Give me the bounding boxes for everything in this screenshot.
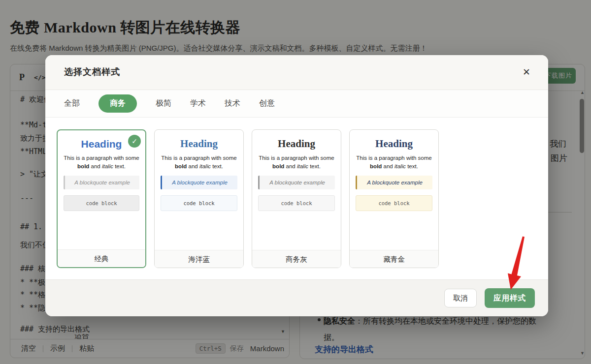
sample-code-block: code block	[161, 195, 237, 211]
sample-paragraph: This is a paragraph with some bold and i…	[159, 154, 239, 170]
style-card-ocean-blue[interactable]: Heading This is a paragraph with some bo…	[154, 129, 244, 268]
style-card-business-gray[interactable]: Heading This is a paragraph with some bo…	[252, 129, 341, 268]
sample-blockquote: A blockquote example	[161, 176, 237, 189]
dialog-footer: 取消 应用样式	[45, 279, 548, 316]
tab-creative[interactable]: 创意	[259, 98, 275, 109]
selected-check-icon: ✓	[128, 135, 141, 148]
sample-heading: Heading	[252, 138, 341, 150]
sample-paragraph: This is a paragraph with some bold and i…	[256, 154, 337, 170]
cancel-button[interactable]: 取消	[444, 289, 477, 307]
tab-minimal[interactable]: 极简	[156, 98, 171, 109]
sample-code-block: code block	[356, 195, 432, 211]
sample-heading: Heading	[155, 138, 243, 150]
category-tab-bar: 全部 商务 极简 学术 技术 创意	[45, 90, 548, 118]
style-picker-dialog: 选择文档样式 ✕ 全部 商务 极简 学术 技术 创意 ✓ Heading Thi…	[45, 55, 548, 316]
style-name-label: 经典	[58, 249, 145, 267]
tab-tech[interactable]: 技术	[225, 98, 240, 109]
sample-code-block: code block	[64, 195, 139, 211]
style-name-label: 海洋蓝	[155, 250, 243, 268]
style-card-classic[interactable]: ✓ Heading This is a paragraph with some …	[57, 129, 146, 268]
sample-paragraph: This is a paragraph with some bold and i…	[354, 154, 434, 170]
sample-heading: Heading	[350, 138, 438, 150]
sample-blockquote: A blockquote example	[64, 176, 139, 189]
apply-style-button[interactable]: 应用样式	[485, 288, 535, 308]
style-name-label: 藏青金	[350, 250, 438, 268]
sample-blockquote: A blockquote example	[356, 176, 432, 189]
style-name-label: 商务灰	[252, 250, 341, 268]
sample-blockquote: A blockquote example	[258, 176, 335, 189]
tab-academic[interactable]: 学术	[190, 98, 206, 109]
style-card-grid: ✓ Heading This is a paragraph with some …	[45, 118, 548, 268]
tab-all[interactable]: 全部	[64, 98, 80, 109]
sample-code-block: code block	[258, 195, 335, 211]
dialog-header: 选择文档样式 ✕	[45, 55, 548, 90]
close-icon[interactable]: ✕	[520, 65, 533, 79]
dialog-title: 选择文档样式	[64, 66, 120, 78]
tab-business[interactable]: 商务	[98, 94, 137, 113]
sample-paragraph: This is a paragraph with some bold and i…	[62, 154, 141, 170]
style-card-navy-gold[interactable]: Heading This is a paragraph with some bo…	[349, 129, 439, 268]
